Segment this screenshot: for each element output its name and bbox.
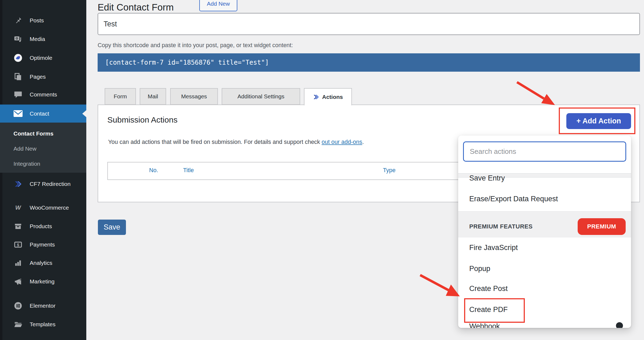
sidebar-item-templates[interactable]: Templates (0, 315, 86, 334)
sidebar-item-woocommerce[interactable]: W WooCommerce (0, 199, 86, 217)
sidebar-item-comments[interactable]: Comments (0, 85, 86, 104)
sidebar-item-label: Marketing (30, 278, 54, 285)
contact-submenu: Contact Forms Add New Integration (0, 123, 86, 173)
templates-icon (13, 320, 23, 328)
tab-form[interactable]: Form (105, 88, 136, 105)
sidebar-item-pages[interactable]: Pages (0, 68, 86, 86)
sidebar-item-contact[interactable]: Contact (0, 105, 86, 123)
submenu-item-add-new[interactable]: Add New (0, 142, 86, 155)
column-header-type[interactable]: Type (383, 167, 396, 174)
elementor-icon (13, 302, 23, 310)
dropdown-item-clipped[interactable]: Webhook (469, 322, 500, 328)
analytics-icon (13, 259, 23, 267)
shortcode-bar[interactable]: [contact-form-7 id="1856876" title="Test… (98, 53, 640, 72)
dropdown-item-save-entry[interactable]: Save Entry (469, 174, 505, 182)
sidebar-item-products[interactable]: Products (0, 217, 86, 235)
svg-text:W: W (15, 204, 22, 211)
dropdown-item-popup[interactable]: Popup (469, 265, 490, 273)
clipped-icon (616, 322, 623, 328)
page-title: Edit Contact Form (98, 2, 174, 13)
sidebar-item-marketing[interactable]: Marketing (0, 272, 86, 291)
woocommerce-icon: W (13, 204, 23, 212)
products-icon (13, 222, 23, 230)
arrow-to-create-pdf (420, 275, 460, 296)
envelope-icon (13, 110, 23, 118)
sidebar-item-label: Payments (30, 241, 55, 248)
sidebar-item-label: Optimole (30, 55, 52, 61)
sidebar-item-label: Comments (30, 91, 57, 98)
double-chevron-icon (313, 94, 319, 100)
sidebar-item-label: CF7 Redirection (30, 181, 71, 187)
shortcode-help-text: Copy this shortcode and paste it into yo… (98, 42, 293, 49)
sidebar-item-label: Elementor (30, 303, 56, 309)
pushpin-icon (13, 16, 23, 25)
add-action-button[interactable]: + Add Action (566, 113, 631, 129)
arrow-to-add-action (517, 82, 555, 105)
sidebar-item-payments[interactable]: $ Payments (0, 235, 86, 254)
active-menu-arrow (82, 110, 86, 117)
tab-additional-settings[interactable]: Additional Settings (222, 88, 300, 105)
sidebar-item-label: Media (30, 36, 45, 42)
svg-text:$: $ (17, 242, 19, 247)
dropdown-item-fire-javascript[interactable]: Fire JavaScript (469, 244, 518, 252)
sidebar-item-analytics[interactable]: Analytics (0, 254, 86, 272)
add-new-button[interactable]: Add New (199, 0, 237, 11)
sidebar-item-label: Products (30, 223, 52, 230)
sidebar-item-label: Templates (30, 321, 56, 328)
form-title-input[interactable] (98, 13, 640, 35)
dropdown-item-erase-export[interactable]: Erase/Export Data Request (469, 195, 558, 203)
sidebar-item-elementor[interactable]: Elementor (0, 297, 86, 315)
submenu-item-contact-forms[interactable]: Contact Forms (0, 127, 86, 140)
marketing-icon (13, 277, 23, 286)
add-action-dropdown: Save Entry Erase/Export Data Request PRE… (458, 136, 631, 328)
sidebar-item-posts[interactable]: Posts (0, 11, 86, 30)
sidebar-item-label: Analytics (30, 260, 52, 266)
optimole-icon (13, 54, 23, 62)
dropdown-item-create-pdf[interactable]: Create PDF (469, 306, 508, 314)
media-icon (13, 35, 23, 43)
admin-sidebar: Posts Media Optimole Pages Comments (0, 0, 86, 340)
sidebar-item-media[interactable]: Media (0, 30, 86, 48)
add-ons-link[interactable]: out our add-ons (322, 139, 362, 145)
cf7-redirection-icon (13, 180, 23, 188)
column-header-title[interactable]: Title (183, 167, 194, 174)
shortcode-text: [contact-form-7 id="1856876" title="Test… (98, 59, 269, 66)
tab-messages[interactable]: Messages (170, 88, 218, 105)
premium-features-label: PREMIUM FEATURES (469, 223, 533, 230)
pages-icon (13, 73, 23, 81)
sidebar-item-label: Contact (30, 110, 49, 117)
wordpress-admin-page: Posts Media Optimole Pages Comments (0, 0, 644, 340)
dropdown-item-create-post[interactable]: Create Post (469, 285, 508, 293)
sidebar-item-label: WooCommerce (30, 204, 69, 211)
submission-actions-heading: Submission Actions (107, 115, 177, 124)
comments-icon (13, 91, 23, 99)
save-button[interactable]: Save (98, 220, 126, 235)
sidebar-item-optimole[interactable]: Optimole (0, 49, 86, 67)
tab-mail[interactable]: Mail (140, 88, 166, 105)
sidebar-item-label: Pages (30, 74, 46, 80)
search-actions-input[interactable] (463, 141, 626, 162)
premium-badge: PREMIUM (578, 218, 626, 235)
submenu-item-integration[interactable]: Integration (0, 157, 86, 171)
column-header-no[interactable]: No. (149, 167, 158, 174)
sidebar-item-label: Posts (30, 17, 44, 24)
tab-actions[interactable]: Actions (304, 88, 352, 105)
payments-icon: $ (13, 241, 23, 249)
sidebar-item-cf7-redirection[interactable]: CF7 Redirection (0, 175, 86, 193)
submission-actions-description: You can add actions that will be fired o… (108, 139, 364, 145)
